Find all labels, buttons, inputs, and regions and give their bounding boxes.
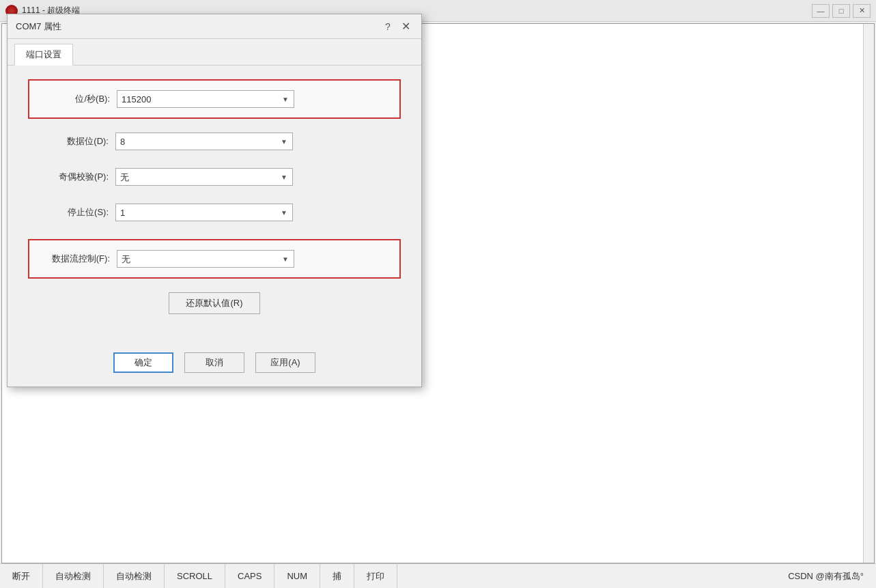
status-autodetect2: 自动检测 [104, 564, 165, 588]
com7-properties-dialog: COM7 属性 ? ✕ 端口设置 位/秒(B): 1200 2400 4800 … [7, 14, 422, 387]
data-bits-row: 数据位(D): 5 6 7 8 ▼ [28, 132, 401, 150]
flow-control-row: 数据流控制(F): 无 硬件 Xon/Xoff ▼ [42, 250, 387, 268]
restore-defaults-button[interactable]: 还原默认值(R) [169, 292, 259, 314]
status-capture: 捕 [320, 564, 354, 588]
parity-select[interactable]: 无 奇校验 偶校验 [115, 168, 293, 186]
stop-bits-row: 停止位(S): 1 1.5 2 ▼ [28, 204, 401, 221]
flow-control-select[interactable]: 无 硬件 Xon/Xoff [117, 250, 294, 268]
ok-button[interactable]: 确定 [113, 352, 173, 373]
status-num: NUM [274, 564, 320, 588]
parity-select-wrapper: 无 奇校验 偶校验 ▼ [115, 168, 293, 186]
status-caps: CAPS [225, 564, 274, 588]
flow-control-highlight-box: 数据流控制(F): 无 硬件 Xon/Xoff ▼ [28, 239, 401, 279]
restore-btn-row: 还原默认值(R) [28, 292, 401, 314]
cancel-button[interactable]: 取消 [184, 352, 244, 373]
baud-rate-label: 位/秒(B): [42, 93, 117, 105]
status-disconnect: 断开 [0, 564, 43, 588]
bg-window-controls: — □ ✕ [812, 4, 871, 18]
tab-port-settings[interactable]: 端口设置 [14, 44, 73, 66]
baud-rate-select-wrapper: 1200 2400 4800 9600 19200 38400 57600 11… [117, 90, 294, 108]
baud-rate-highlight-box: 位/秒(B): 1200 2400 4800 9600 19200 38400 … [28, 79, 401, 119]
baud-rate-select[interactable]: 1200 2400 4800 9600 19200 38400 57600 11… [117, 90, 294, 108]
dialog-title: COM7 属性 [16, 20, 61, 33]
flow-control-select-wrapper: 无 硬件 Xon/Xoff ▼ [117, 250, 294, 268]
bg-scrollbar[interactable] [863, 24, 874, 563]
data-bits-label: 数据位(D): [40, 135, 115, 148]
apply-button[interactable]: 应用(A) [255, 352, 315, 373]
bg-maximize-btn[interactable]: □ [832, 4, 850, 18]
parity-label: 奇偶校验(P): [40, 171, 115, 183]
settings-panel: 位/秒(B): 1200 2400 4800 9600 19200 38400 … [8, 66, 421, 341]
stop-bits-select-wrapper: 1 1.5 2 ▼ [115, 204, 293, 221]
status-print: 打印 [354, 564, 397, 588]
dialog-titlebar: COM7 属性 ? ✕ [8, 14, 421, 39]
baud-rate-row: 位/秒(B): 1200 2400 4800 9600 19200 38400 … [42, 90, 387, 108]
dialog-controls: ? ✕ [380, 19, 413, 34]
parity-row: 奇偶校验(P): 无 奇校验 偶校验 ▼ [28, 168, 401, 186]
stop-bits-select[interactable]: 1 1.5 2 [115, 204, 293, 221]
status-autodetect1: 自动检测 [43, 564, 104, 588]
dialog-close-button[interactable]: ✕ [398, 19, 413, 34]
bg-minimize-btn[interactable]: — [812, 4, 830, 18]
bg-close-btn[interactable]: ✕ [853, 4, 871, 18]
data-bits-select-wrapper: 5 6 7 8 ▼ [115, 132, 293, 150]
status-scroll: SCROLL [165, 564, 225, 588]
dialog-tab-bar: 端口设置 [8, 39, 421, 66]
flow-control-label: 数据流控制(F): [42, 253, 117, 265]
dialog-footer: 确定 取消 应用(A) [8, 341, 421, 387]
status-right-label: CSDN @南有孤岛° [776, 564, 876, 588]
statusbar: 断开 自动检测 自动检测 SCROLL CAPS NUM 捕 打印 CSDN @… [0, 563, 876, 588]
data-bits-select[interactable]: 5 6 7 8 [115, 132, 293, 150]
dialog-help-button[interactable]: ? [380, 19, 395, 34]
stop-bits-label: 停止位(S): [40, 206, 115, 219]
